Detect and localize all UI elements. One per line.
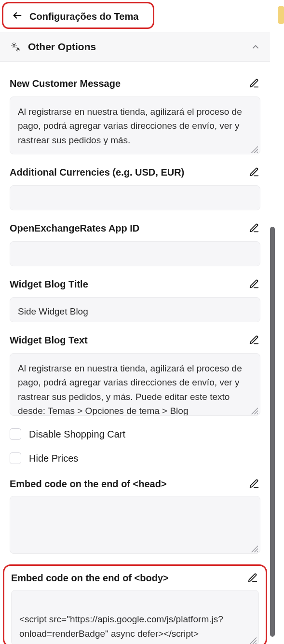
field-label: Additional Currencies (e.g. USD, EUR) [10, 167, 184, 178]
panel-title: Configurações do Tema [29, 11, 138, 22]
field-oxr-app-id: OpenExchangeRates App ID [10, 222, 260, 266]
svg-point-1 [13, 44, 15, 46]
additional-currencies-input[interactable] [10, 185, 260, 210]
checkbox-label: Disable Shopping Cart [29, 429, 125, 440]
svg-line-11 [257, 551, 258, 552]
resize-grip-icon[interactable] [248, 635, 257, 644]
field-label: Embed code on the end of <body> [11, 573, 169, 584]
edit-icon[interactable] [248, 334, 260, 346]
field-embed-head: Embed code on the end of <head> [10, 478, 260, 554]
section-header-other-options[interactable]: Other Options [0, 32, 270, 62]
edit-icon[interactable] [248, 478, 260, 490]
back-arrow-icon[interactable] [12, 10, 23, 23]
field-label: New Customer Message [10, 78, 121, 89]
field-label: Widget Blog Text [10, 335, 88, 346]
field-widget-blog-text: Widget Blog Text Al registrarse en nuest… [10, 334, 260, 416]
field-embed-body: Embed code on the end of <body> <script … [11, 572, 259, 644]
textarea-value: Al registrarse en nuestra tienda, agiliz… [18, 363, 242, 416]
field-label: Widget Blog Title [10, 279, 88, 290]
panel-header: Configurações do Tema [2, 2, 154, 29]
embed-body-textarea[interactable]: <script src="https://apis.google.com/js/… [11, 590, 259, 644]
widget-blog-title-input[interactable]: Side Widget Blog [10, 297, 260, 322]
field-new-customer-message: New Customer Message Al registrarse en n… [10, 77, 260, 154]
embed-body-highlight: Embed code on the end of <body> <script … [3, 564, 267, 644]
textarea-value: Al registrarse en nuestra tienda, agiliz… [18, 107, 242, 145]
textarea-value: <script src="https://apis.google.com/js/… [19, 614, 223, 644]
edit-icon[interactable] [248, 166, 260, 178]
chevron-up-icon [251, 42, 260, 52]
theme-settings-panel: Configurações do Tema Other Options [0, 0, 270, 644]
svg-point-2 [17, 48, 18, 50]
edit-icon[interactable] [248, 77, 260, 90]
gears-icon [10, 41, 21, 53]
edit-icon[interactable] [248, 222, 260, 234]
resize-grip-icon[interactable] [249, 144, 258, 153]
scrollbar-thumb[interactable] [270, 227, 275, 637]
widget-blog-text-textarea[interactable]: Al registrarse en nuestra tienda, agiliz… [10, 353, 260, 416]
svg-line-5 [257, 152, 258, 153]
resize-grip-icon[interactable] [249, 544, 258, 552]
oxr-app-id-input[interactable] [10, 241, 260, 266]
field-widget-blog-title: Widget Blog Title Side Widget Blog [10, 278, 260, 322]
field-label: Embed code on the end of <head> [10, 479, 167, 490]
edit-icon[interactable] [246, 572, 259, 584]
hide-prices-checkbox[interactable] [10, 452, 21, 464]
field-label: OpenExchangeRates App ID [10, 223, 139, 234]
checkbox-hide-prices-row: Hide Prices [10, 452, 260, 464]
disable-shopping-cart-checkbox[interactable] [10, 428, 21, 440]
resize-grip-icon[interactable] [249, 406, 258, 414]
field-additional-currencies: Additional Currencies (e.g. USD, EUR) [10, 166, 260, 210]
checkbox-label: Hide Prices [29, 453, 78, 464]
edit-icon[interactable] [248, 278, 260, 290]
svg-line-8 [257, 413, 258, 414]
section-title: Other Options [28, 41, 244, 53]
new-customer-message-textarea[interactable]: Al registrarse en nuestra tienda, agiliz… [10, 96, 260, 154]
sidebar-accent-pill [278, 6, 284, 24]
embed-head-textarea[interactable] [10, 496, 260, 554]
input-value: Side Widget Blog [18, 306, 88, 316]
checkbox-disable-shopping-cart-row: Disable Shopping Cart [10, 428, 260, 440]
